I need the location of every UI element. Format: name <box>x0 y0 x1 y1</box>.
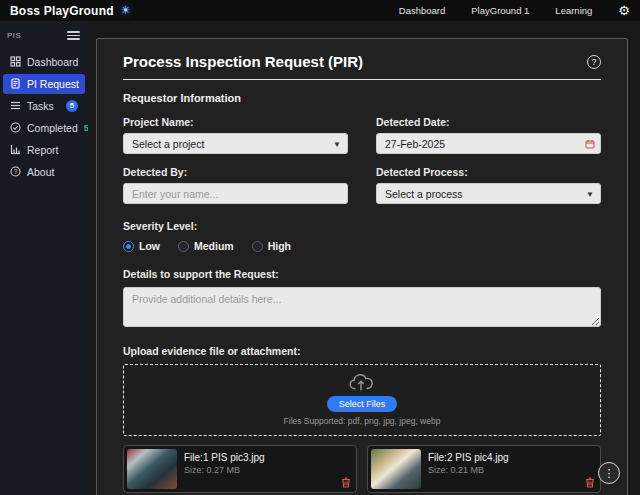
uploaded-files-list: File:1 PIS pic3.jpg Size: 0.27 MB File:2… <box>123 445 601 495</box>
file-size: Size: 0.27 MB <box>184 465 265 475</box>
sidebar-item-label: Completed <box>27 122 78 134</box>
pir-form-card: Process Inspection Request (PIR) ? Reque… <box>96 38 628 495</box>
page-title: Process Inspection Request (PIR) <box>123 53 363 79</box>
document-icon <box>10 78 21 89</box>
sidebar-item-pi-request[interactable]: PI Request <box>3 74 85 94</box>
details-label: Details to support the Request: <box>123 268 279 280</box>
radio-unselected-icon[interactable] <box>178 241 189 252</box>
select-files-button[interactable]: Select Files <box>327 396 398 412</box>
detected-by-input[interactable] <box>123 183 348 204</box>
radio-selected-icon[interactable] <box>123 241 134 252</box>
file-name: File:1 PIS pic3.jpg <box>184 452 265 463</box>
project-name-select[interactable]: Select a project <box>123 133 348 154</box>
sidebar-item-label: Report <box>27 144 78 156</box>
sidebar-item-dashboard[interactable]: Dashboard <box>3 52 85 72</box>
sidebar-item-label: Dashboard <box>27 56 78 68</box>
radio-unselected-icon[interactable] <box>252 241 263 252</box>
grid-icon <box>10 56 21 67</box>
detected-by-label: Detected By: <box>123 166 348 178</box>
check-circle-icon <box>10 122 21 133</box>
severity-label: Severity Level: <box>123 220 197 232</box>
section-title: Requestor Information <box>123 92 601 104</box>
upload-dropzone[interactable]: Select Files Files Supported: pdf, png, … <box>123 364 601 436</box>
file-card: File:2 PIS pic4.jpg Size: 0.21 MB <box>367 445 601 493</box>
scroll-menu-fab[interactable]: ⋮ <box>598 462 620 484</box>
svg-text:?: ? <box>14 168 18 175</box>
nav-link-playground[interactable]: PlayGround 1 <box>471 5 529 16</box>
sidebar-item-label: PI Request <box>27 78 79 90</box>
chart-icon <box>10 144 21 155</box>
delete-file-icon[interactable] <box>341 477 351 488</box>
detected-date-label: Detected Date: <box>376 116 601 128</box>
file-size: Size: 0.21 MB <box>428 465 509 475</box>
title-divider <box>123 79 601 80</box>
sidebar-item-about[interactable]: ? About <box>3 162 85 182</box>
severity-option-medium[interactable]: Medium <box>178 240 234 252</box>
sidebar-item-tasks[interactable]: Tasks 5 <box>3 96 85 116</box>
sidebar: PIS Dashboard PI Request Tasks 5 <box>0 21 88 495</box>
help-icon[interactable]: ? <box>587 55 601 69</box>
sidebar-item-label: Tasks <box>27 100 60 112</box>
tasks-count-badge: 5 <box>66 100 78 112</box>
sidebar-title: PIS <box>7 31 21 40</box>
project-name-label: Project Name: <box>123 116 348 128</box>
severity-option-low[interactable]: Low <box>123 240 160 252</box>
detected-date-input[interactable] <box>376 133 601 154</box>
details-textarea[interactable] <box>123 287 601 327</box>
file-card: File:1 PIS pic3.jpg Size: 0.27 MB <box>123 445 357 493</box>
list-icon <box>10 100 21 111</box>
cloud-upload-icon <box>349 373 375 392</box>
sidebar-item-report[interactable]: Report <box>3 140 85 160</box>
hamburger-icon[interactable] <box>67 29 80 42</box>
nav-link-dashboard[interactable]: Dashboard <box>399 5 445 16</box>
info-icon: ? <box>10 166 21 177</box>
top-navbar: Boss PlayGround ☀ Dashboard PlayGround 1… <box>0 0 640 21</box>
sidebar-item-completed[interactable]: Completed 5 <box>3 118 85 138</box>
nav-link-learning[interactable]: Learning <box>555 5 592 16</box>
upload-label: Upload evidence file or attachment: <box>123 345 300 357</box>
detected-process-label: Detected Process: <box>376 166 601 178</box>
main-area: Process Inspection Request (PIR) ? Reque… <box>88 21 640 495</box>
supported-files-text: Files Supported: pdf, png, jpg, jpeg, we… <box>284 416 441 426</box>
file-thumbnail <box>371 449 421 489</box>
file-name: File:2 PIS pic4.jpg <box>428 452 509 463</box>
file-thumbnail <box>127 449 177 489</box>
theme-sun-icon[interactable]: ☀ <box>121 4 131 17</box>
detected-process-select[interactable]: Select a process <box>376 183 601 204</box>
settings-gear-icon[interactable]: ⚙ <box>618 4 630 17</box>
delete-file-icon[interactable] <box>585 477 595 488</box>
app-brand: Boss PlayGround <box>10 4 114 18</box>
severity-option-high[interactable]: High <box>252 240 291 252</box>
sidebar-item-label: About <box>27 166 78 178</box>
